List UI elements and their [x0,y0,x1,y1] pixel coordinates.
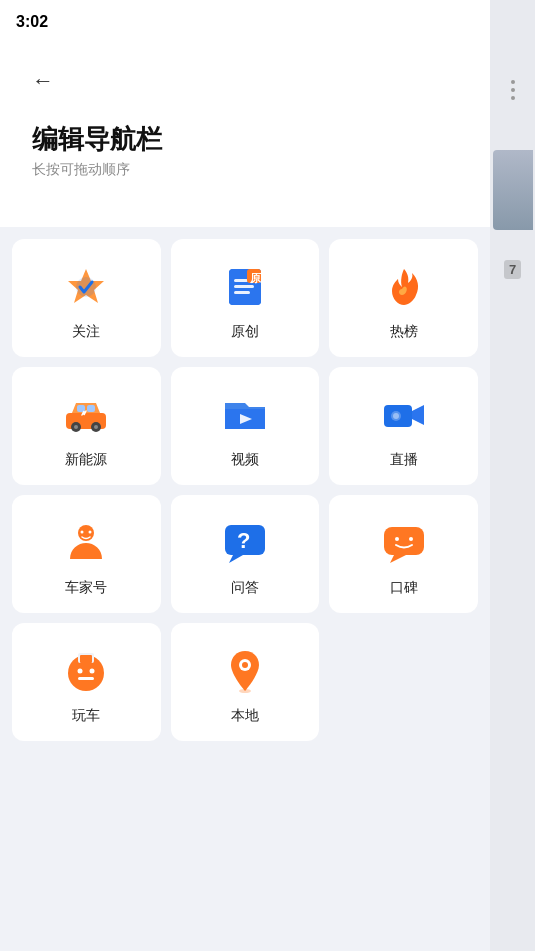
back-button[interactable]: ← [32,68,54,94]
live-icon [378,389,430,441]
header-block: ← 编辑导航栏 长按可拖动顺序 [0,44,490,227]
svg-point-24 [89,531,92,534]
svg-point-30 [395,537,399,541]
grid-item-video[interactable]: 视频 [171,367,320,485]
grid-item-follow[interactable]: 关注 [12,239,161,357]
page-subtitle: 长按可拖动顺序 [32,161,458,191]
live-label: 直播 [390,451,418,469]
video-icon [219,389,271,441]
original-icon: 原 [219,261,271,313]
grid-item-original[interactable]: 原 原创 [171,239,320,357]
grid-item-live[interactable]: 直播 [329,367,478,485]
new-energy-label: 新能源 [65,451,107,469]
svg-rect-4 [234,279,248,282]
nav-header: ← [16,56,474,102]
grid-item-hot[interactable]: 热榜 [329,239,478,357]
status-time: 3:02 [16,13,48,31]
svg-rect-28 [384,527,424,555]
svg-rect-11 [87,405,95,412]
right-card-preview [493,150,533,230]
right-panel: 7 [490,0,535,951]
video-label: 视频 [231,451,259,469]
svg-point-39 [242,662,248,668]
play-car-icon [60,645,112,697]
main-content: ← 编辑导航栏 长按可拖动顺序 关注 [0,44,490,951]
grid-item-local[interactable]: 本地 [171,623,320,741]
qa-label: 问答 [231,579,259,597]
svg-point-14 [74,425,78,429]
grid-item-new-energy[interactable]: 新能源 [12,367,161,485]
grid-item-reputation[interactable]: 口碑 [329,495,478,613]
grid-item-qa[interactable]: ? 问答 [171,495,320,613]
hot-label: 热榜 [390,323,418,341]
svg-rect-5 [234,285,254,288]
original-label: 原创 [231,323,259,341]
svg-marker-26 [229,555,243,563]
dot-1 [511,80,515,84]
svg-rect-35 [78,677,94,680]
right-card-number: 7 [504,260,521,279]
play-car-label: 玩车 [72,707,100,725]
svg-marker-29 [390,555,406,563]
dot-3 [511,96,515,100]
svg-marker-19 [412,405,424,425]
hot-icon [378,261,430,313]
reputation-icon [378,517,430,569]
svg-rect-6 [234,291,250,294]
page-title: 编辑导航栏 [32,122,458,157]
car-home-icon [60,517,112,569]
grid-item-play-car[interactable]: 玩车 [12,623,161,741]
nav-items-grid: 关注 原 原创 [0,227,490,753]
local-icon [219,645,271,697]
svg-point-15 [94,425,98,429]
svg-point-37 [90,669,95,674]
svg-point-21 [393,413,399,419]
svg-text:?: ? [237,528,250,553]
svg-text:原: 原 [249,272,262,284]
grid-item-car-home[interactable]: 车家号 [12,495,161,613]
svg-point-40 [239,689,251,693]
reputation-label: 口碑 [390,579,418,597]
follow-label: 关注 [72,323,100,341]
local-label: 本地 [231,707,259,725]
new-energy-icon [60,389,112,441]
qa-icon: ? [219,517,271,569]
svg-point-36 [78,669,83,674]
svg-point-23 [81,531,84,534]
right-menu-dots [511,80,515,100]
svg-point-31 [409,537,413,541]
status-bar: 3:02 [0,0,535,44]
follow-icon [60,261,112,313]
svg-rect-34 [80,655,92,663]
dot-2 [511,88,515,92]
car-home-label: 车家号 [65,579,107,597]
